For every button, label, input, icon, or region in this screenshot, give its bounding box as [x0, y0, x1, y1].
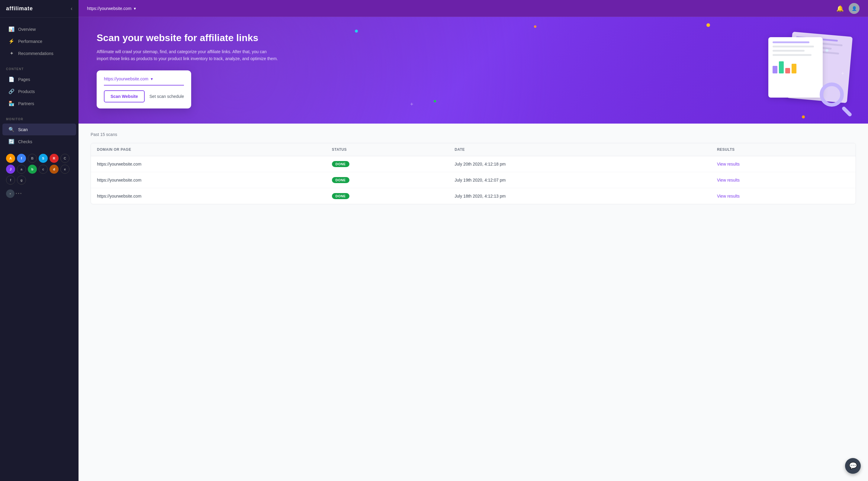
- scans-section-title: Past 15 scans: [91, 132, 856, 137]
- hero-dot-1: [355, 30, 358, 33]
- view-results-link-0[interactable]: View results: [717, 162, 740, 167]
- table-row: https://yourwebsite.com DONE July 19th 2…: [91, 172, 856, 188]
- overview-icon: 📊: [8, 26, 14, 32]
- partner-icon-b2[interactable]: b: [28, 165, 37, 174]
- performance-icon: ⚡: [8, 38, 14, 44]
- scan-results-2[interactable]: View results: [711, 188, 856, 204]
- hero-dot-2: [534, 25, 536, 28]
- more-icons[interactable]: • • • •: [0, 188, 79, 199]
- partner-icon-s[interactable]: S: [39, 154, 48, 163]
- partner-icon-f[interactable]: f: [17, 154, 26, 163]
- monitor-section-label: MONITOR: [0, 118, 79, 123]
- col-header-results: Results: [711, 143, 856, 156]
- sidebar-item-recommendations-label: Recommendations: [18, 51, 54, 56]
- plus-decoration-1: +: [410, 101, 413, 108]
- partner-icon-b1[interactable]: B: [28, 154, 37, 163]
- partner-icon-c2[interactable]: c: [39, 165, 48, 174]
- partner-icon-r[interactable]: R: [50, 154, 59, 163]
- scans-table: Domain or Page Status Date Results https…: [91, 143, 856, 204]
- sidebar-item-partners-label: Partners: [18, 101, 34, 106]
- more-icon-dot: •: [6, 189, 14, 198]
- url-selector[interactable]: https://yourwebsite.com ▾: [104, 77, 184, 86]
- partner-icon-c1[interactable]: C: [60, 154, 69, 163]
- sidebar-item-scan-label: Scan: [18, 127, 28, 132]
- recommendations-icon: ✦: [8, 51, 14, 56]
- scan-website-button[interactable]: Scan Website: [104, 90, 145, 102]
- hero-title: Scan your website for affiliate links: [97, 32, 278, 43]
- status-badge-1: DONE: [332, 177, 349, 183]
- monitor-nav: MONITOR 🔍 Scan 🔄 Checks: [0, 112, 79, 150]
- partner-icons-grid: A f B S R C J a b c d e f g: [0, 150, 79, 188]
- sidebar-item-partners[interactable]: 🏪 Partners: [2, 98, 76, 109]
- col-header-status: Status: [326, 143, 449, 156]
- sidebar-item-overview[interactable]: 📊 Overview: [2, 23, 76, 35]
- user-avatar[interactable]: 👤: [849, 3, 860, 14]
- scans-data-table: Domain or Page Status Date Results https…: [91, 143, 856, 204]
- sidebar-item-pages[interactable]: 📄 Pages: [2, 73, 76, 85]
- sidebar-item-overview-label: Overview: [18, 27, 36, 32]
- partner-icon-a2[interactable]: a: [17, 165, 26, 174]
- partner-icon-g[interactable]: g: [17, 176, 26, 185]
- sidebar-item-scan[interactable]: 🔍 Scan: [2, 124, 76, 136]
- notification-bell-icon[interactable]: 🔔: [836, 5, 844, 12]
- col-header-domain: Domain or Page: [91, 143, 326, 156]
- main-nav: 📊 Overview ⚡ Performance ✦ Recommendatio…: [0, 18, 79, 62]
- content-nav: CONTENT 📄 Pages 🔗 Products 🏪 Partners: [0, 62, 79, 112]
- partner-icon-f2[interactable]: f: [6, 176, 15, 185]
- table-header-row: Domain or Page Status Date Results: [91, 143, 856, 156]
- set-scan-schedule-button[interactable]: Set scan schedule: [150, 94, 184, 99]
- hero-description: Affilimate will crawl your sitemap, find…: [97, 48, 278, 62]
- status-badge-0: DONE: [332, 161, 349, 167]
- sidebar-header: affilimate ‹: [0, 0, 79, 18]
- sidebar-item-recommendations[interactable]: ✦ Recommendations: [2, 48, 76, 59]
- col-header-date: Date: [448, 143, 711, 156]
- hero-dot-3: [706, 23, 710, 27]
- collapse-button[interactable]: ‹: [71, 5, 72, 12]
- scan-date-2: July 18th 2020, 4:12:13 pm: [448, 188, 711, 204]
- status-badge-2: DONE: [332, 193, 349, 199]
- scan-date-0: July 20th 2020, 4:12:18 pm: [448, 156, 711, 172]
- view-results-link-1[interactable]: View results: [717, 178, 740, 182]
- sidebar-item-performance[interactable]: ⚡ Performance: [2, 35, 76, 47]
- view-results-link-2[interactable]: View results: [717, 194, 740, 199]
- content-section-label: CONTENT: [0, 67, 79, 73]
- document-stack: [765, 31, 850, 110]
- scan-results-1[interactable]: View results: [711, 172, 856, 188]
- scan-domain-0: https://yourwebsite.com: [91, 156, 326, 172]
- scan-status-1: DONE: [326, 172, 449, 188]
- partner-icon-j[interactable]: J: [6, 165, 15, 174]
- site-dropdown-icon: ▾: [134, 6, 136, 11]
- scan-results-0[interactable]: View results: [711, 156, 856, 172]
- hero-content: Scan your website for affiliate links Af…: [97, 32, 278, 109]
- hero-banner: + + Scan your website for affiliate link…: [79, 17, 868, 124]
- partner-icon-e[interactable]: e: [60, 165, 69, 174]
- content-area: Past 15 scans Domain or Page Status Date…: [79, 124, 868, 481]
- sidebar-item-pages-label: Pages: [18, 77, 30, 82]
- products-icon: 🔗: [8, 89, 14, 94]
- hero-dot-4: [434, 100, 436, 102]
- scan-domain-2: https://yourwebsite.com: [91, 188, 326, 204]
- sidebar-item-checks-label: Checks: [18, 139, 32, 144]
- pages-icon: 📄: [8, 77, 14, 82]
- scan-icon: 🔍: [8, 127, 14, 132]
- sidebar-item-products[interactable]: 🔗 Products: [2, 86, 76, 97]
- url-dropdown-icon: ▾: [151, 77, 153, 81]
- scan-status-2: DONE: [326, 188, 449, 204]
- scan-actions: Scan Website Set scan schedule: [104, 90, 184, 102]
- partners-icon: 🏪: [8, 100, 14, 107]
- chat-fab-button[interactable]: 💬: [845, 458, 861, 474]
- app-logo: affilimate: [6, 5, 33, 12]
- scan-card: https://yourwebsite.com ▾ Scan Website S…: [97, 70, 191, 109]
- site-url-label: https://yourwebsite.com: [87, 6, 131, 11]
- table-row: https://yourwebsite.com DONE July 20th 2…: [91, 156, 856, 172]
- site-selector[interactable]: https://yourwebsite.com ▾: [87, 6, 136, 11]
- sidebar: affilimate ‹ 📊 Overview ⚡ Performance ✦ …: [0, 0, 79, 481]
- sidebar-item-products-label: Products: [18, 89, 35, 94]
- sidebar-item-checks[interactable]: 🔄 Checks: [2, 136, 76, 147]
- partner-icon-d[interactable]: d: [50, 165, 59, 174]
- url-display: https://yourwebsite.com: [104, 77, 148, 81]
- checks-icon: 🔄: [8, 139, 14, 144]
- document-front: [768, 37, 823, 98]
- partner-icon-amazon[interactable]: A: [6, 154, 15, 163]
- topbar: https://yourwebsite.com ▾ 🔔 👤: [79, 0, 868, 17]
